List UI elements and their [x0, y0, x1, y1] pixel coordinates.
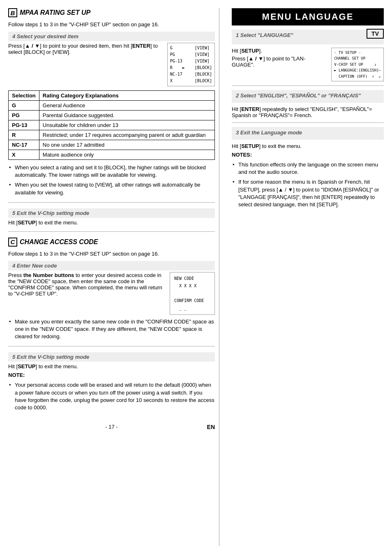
left-column: B MPAA RATING SET UP Follow steps 1 to 3…: [8, 8, 219, 546]
right-step3-label: 3 Exit the Language mode: [236, 129, 380, 136]
step4-b-label: 4 Select your desired item: [12, 33, 78, 39]
right-step3-body: Hit [SETUP] to exit the menu.: [232, 143, 384, 149]
step5-b-header: 5 Exit the V-Chip setting mode: [8, 208, 215, 218]
table-cell-selection: G: [9, 101, 39, 111]
table-row: XMature audience only: [9, 150, 215, 160]
section-b-letter: B: [8, 8, 17, 17]
section-b-intro: Follow steps 1 to 3 in the "V-CHIP SET U…: [8, 21, 215, 28]
step4-b-header: 4 Select your desired item: [8, 32, 215, 41]
table-cell-desc: General Audience: [39, 101, 214, 111]
section-b-title-text: MPAA RATING SET UP: [20, 9, 90, 16]
note-item: If for some reason the menu is in Spanis…: [232, 178, 384, 208]
footer: - 17 - EN: [8, 424, 215, 430]
right-step1-content: - TV SETUP - CHANNEL SET UP V-CHIP SET U…: [232, 48, 384, 81]
lang-badge: EN: [207, 424, 215, 430]
table-cell-selection: PG-13: [9, 120, 39, 130]
page-number: - 17 -: [105, 424, 118, 430]
table-row: PG-13Unsuitable for children under 13: [9, 120, 215, 130]
tv-badge: TV: [367, 29, 384, 39]
rating-table: Selection Rating Category Explanations G…: [8, 90, 215, 160]
step4-b-content: G [VIEW] PG [VIEW] PG-13 [VIEW] R ► [BLO…: [8, 43, 215, 86]
section-c: C CHANGE ACCESS CODE Follow steps 1 to 3…: [8, 238, 215, 411]
section-c-title: C CHANGE ACCESS CODE: [8, 238, 215, 247]
step4-b-screen: G [VIEW] PG [VIEW] PG-13 [VIEW] R ► [BLO…: [167, 43, 215, 86]
note-item-c: Your personal access code will be erased…: [8, 381, 215, 411]
table-cell-desc: Unsuitable for children under 13: [39, 120, 214, 130]
table-cell-selection: X: [9, 150, 39, 160]
bullet-item: Make sure you enter exactly the same new…: [8, 318, 215, 341]
step4-c-label: 4 Enter New code: [12, 263, 57, 269]
step5-b-body: Hit [SETUP] to exit the menu.: [8, 219, 215, 226]
section-b-title: B MPAA RATING SET UP: [8, 8, 215, 17]
table-cell-desc: Restricted; under 17 requires accompanyi…: [39, 130, 214, 140]
section-c-bullets: Make sure you enter exactly the same new…: [8, 318, 215, 341]
right-step1-label: 1 Select "LANGUAGE": [236, 32, 380, 38]
right-step1: 1 Select "LANGUAGE": [232, 30, 384, 44]
menu-language-header: MENU LANGUAGE: [232, 8, 384, 25]
table-cell-selection: PG: [9, 111, 39, 120]
table-row: NC-17No one under 17 admitted: [9, 140, 215, 150]
section-c-letter: C: [8, 238, 17, 247]
bullet-item: When you select a rating and set it to […: [8, 164, 215, 179]
right-step3: 3 Exit the Language mode: [232, 127, 384, 140]
note-header-c: NOTE:: [8, 372, 215, 378]
section-b-bullets: When you select a rating and set it to […: [8, 164, 215, 196]
right-notes-list: This function effects only the language …: [232, 161, 384, 208]
right-column: MENU LANGUAGE TV 1 Select "LANGUAGE" - T…: [228, 8, 384, 546]
step4-c-header: 4 Enter New code: [8, 261, 215, 270]
step4-c-content: NEW CODE X X X X CONFIRM CODE _ _ Press …: [8, 272, 215, 315]
right-step1-screen: - TV SETUP - CHANNEL SET UP V-CHIP SET U…: [331, 48, 384, 81]
table-cell-desc: Mature audience only: [39, 150, 214, 160]
table-cell-selection: R: [9, 130, 39, 140]
note-item: This function effects only the language …: [232, 161, 384, 176]
table-cell-desc: Parental Guidance suggested.: [39, 111, 214, 120]
step5-b-label: 5 Exit the V-Chip setting mode: [12, 210, 89, 216]
code-diagram: NEW CODE X X X X CONFIRM CODE _ _: [170, 272, 215, 315]
section-c-intro: Follow steps 1 to 3 in the "V-CHIP SET U…: [8, 251, 215, 257]
right-step2: 2 Select "ENGLISH", "ESPAÑOL" or "FRANÇA…: [232, 90, 384, 103]
table-header-explanations: Rating Category Explanations: [39, 91, 214, 101]
right-notes-header: NOTES:: [232, 152, 384, 158]
table-row: PGParental Guidance suggested.: [9, 111, 215, 120]
section-c-note: Your personal access code will be erased…: [8, 381, 215, 411]
table-cell-desc: No one under 17 admitted: [39, 140, 214, 150]
step5-c-label: 5 Exit the V-Chip setting mode: [12, 354, 89, 360]
section-c-title-text: CHANGE ACCESS CODE: [20, 238, 98, 246]
step5-c-header: 5 Exit the V-Chip setting mode: [8, 352, 215, 362]
table-row: RRestricted; under 17 requires accompany…: [9, 130, 215, 140]
table-cell-selection: NC-17: [9, 140, 39, 150]
step5-c-body: Hit [SETUP] to exit the menu.: [8, 363, 215, 369]
bullet-item: When you set the lowest rating to [VIEW]…: [8, 181, 215, 196]
right-step2-label: 2 Select "ENGLISH", "ESPAÑOL" or "FRANÇA…: [236, 92, 380, 99]
section-b: B MPAA RATING SET UP Follow steps 1 to 3…: [8, 8, 215, 226]
table-row: GGeneral Audience: [9, 101, 215, 111]
right-step2-text: Hit [ENTER] repeatedly to select "ENGLIS…: [232, 106, 384, 118]
table-header-selection: Selection: [9, 91, 39, 101]
